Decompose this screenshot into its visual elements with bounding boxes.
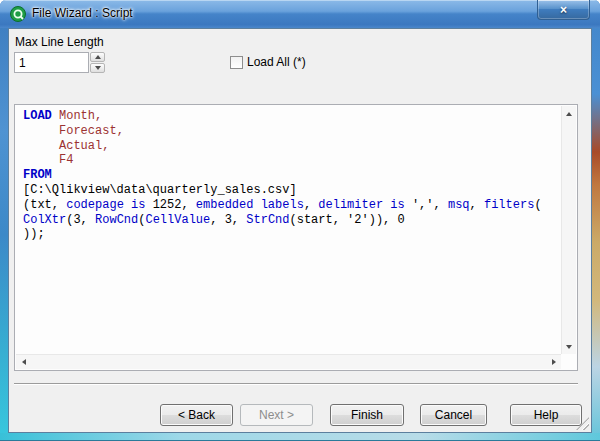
code-segment: (txt,	[23, 198, 66, 212]
cancel-button[interactable]: Cancel	[420, 404, 487, 426]
code-segment: ));	[23, 227, 45, 241]
close-button[interactable]: ×	[537, 0, 590, 20]
code-segment: , 3,	[210, 213, 246, 227]
scroll-down-icon	[566, 345, 572, 349]
code-segment: ,	[470, 198, 484, 212]
code-segment: embedded labels	[196, 198, 304, 212]
code-segment: CellValue	[145, 213, 210, 227]
code-segment: Forecast,	[59, 124, 124, 138]
code-line: LOAD Month,	[23, 109, 560, 124]
qlikview-icon	[10, 6, 26, 22]
load-all-checkbox[interactable]	[230, 56, 243, 69]
scroll-up-icon	[566, 112, 572, 116]
code-line: ));	[23, 227, 560, 242]
code-segment: Month,	[59, 109, 102, 123]
dialog-client-area: Max Line Length Load All (*) LOAD Month,…	[8, 28, 592, 433]
code-segment: StrCnd	[246, 213, 289, 227]
window-border-right	[592, 28, 600, 441]
code-line: (txt, codepage is 1252, embedded labels,…	[23, 198, 560, 213]
spinner-down-icon	[95, 66, 101, 70]
code-segment: ',',	[405, 198, 448, 212]
help-button[interactable]: Help	[510, 404, 582, 426]
code-segment	[23, 139, 59, 153]
code-segment: Actual,	[59, 139, 109, 153]
code-line: Actual,	[23, 139, 560, 154]
code-segment	[23, 153, 59, 167]
code-segment: filters	[484, 198, 534, 212]
window-border-bottom	[0, 433, 600, 441]
code-segment: 1252,	[145, 198, 195, 212]
code-segment: codepage is	[66, 198, 145, 212]
scroll-left-icon	[22, 359, 26, 365]
code-segment: (3,	[66, 213, 95, 227]
spinner-up-icon	[95, 55, 101, 59]
load-all-label[interactable]: Load All (*)	[247, 55, 306, 69]
code-line: F4	[23, 153, 560, 168]
code-segment: [C:\Qlikview\data\quarterly_sales.csv]	[23, 183, 297, 197]
window-border-left	[0, 28, 8, 441]
close-icon: ×	[560, 4, 567, 16]
code-segment	[52, 109, 59, 123]
code-segment: (	[534, 198, 541, 212]
dialog-window: File Wizard : Script × Max Line Length L…	[0, 0, 600, 441]
horizontal-scrollbar[interactable]	[16, 354, 561, 369]
max-line-length-spinner	[90, 52, 105, 73]
next-button[interactable]: Next >	[240, 404, 313, 426]
code-line: [C:\Qlikview\data\quarterly_sales.csv]	[23, 183, 560, 198]
max-line-length-input[interactable]	[14, 52, 89, 73]
separator-line	[14, 383, 578, 385]
script-editor[interactable]: LOAD Month, Forecast, Actual, F4FROM[C:\…	[14, 104, 578, 371]
code-segment: RowCnd	[95, 213, 138, 227]
max-line-length-label: Max Line Length	[15, 35, 104, 49]
script-text: LOAD Month, Forecast, Actual, F4FROM[C:\…	[17, 107, 560, 353]
scroll-up-button[interactable]	[561, 106, 576, 121]
vertical-scrollbar[interactable]	[561, 106, 576, 354]
back-button[interactable]: < Back	[160, 404, 233, 426]
code-line: FROM	[23, 168, 560, 183]
code-segment: F4	[59, 153, 73, 167]
code-segment: msq	[448, 198, 470, 212]
code-segment: (start, '2')), 0	[290, 213, 405, 227]
scroll-right-icon	[552, 359, 556, 365]
code-line: Forecast,	[23, 124, 560, 139]
scroll-right-button[interactable]	[546, 354, 561, 369]
spinner-up-button[interactable]	[90, 52, 105, 62]
spinner-down-button[interactable]	[90, 63, 105, 73]
titlebar[interactable]: File Wizard : Script ×	[0, 0, 600, 28]
code-segment: FROM	[23, 168, 52, 182]
code-segment: LOAD	[23, 109, 52, 123]
code-segment: delimiter is	[318, 198, 404, 212]
finish-button[interactable]: Finish	[330, 404, 404, 426]
code-segment: ,	[304, 198, 318, 212]
scroll-left-button[interactable]	[16, 354, 31, 369]
code-segment: ColXtr	[23, 213, 66, 227]
code-segment	[23, 124, 59, 138]
code-line: ColXtr(3, RowCnd(CellValue, 3, StrCnd(st…	[23, 213, 560, 228]
window-title: File Wizard : Script	[32, 0, 133, 28]
scroll-down-button[interactable]	[561, 339, 576, 354]
